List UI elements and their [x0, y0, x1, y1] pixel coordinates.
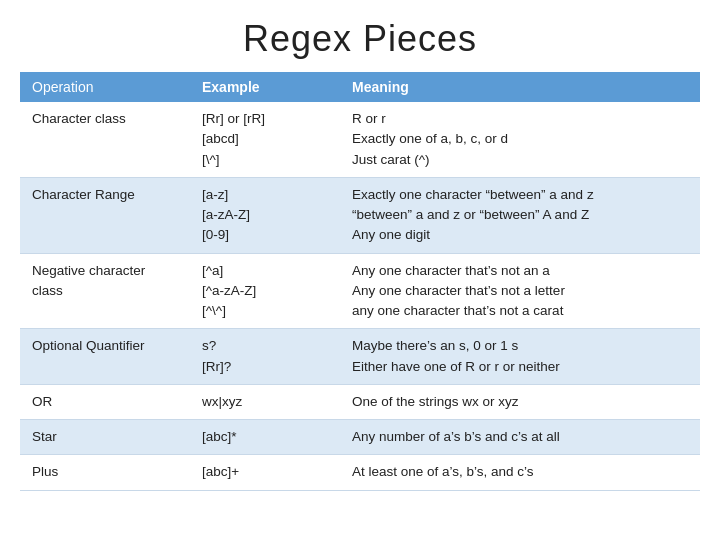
cell-operation: Optional Quantifier — [20, 329, 190, 385]
cell-operation: OR — [20, 384, 190, 419]
cell-example: [a-z] [a-zA-Z] [0-9] — [190, 177, 340, 253]
table-header-row: Operation Example Meaning — [20, 72, 700, 102]
cell-meaning: Exactly one character “between” a and z … — [340, 177, 700, 253]
cell-meaning: At least one of a’s, b’s, and c’s — [340, 455, 700, 490]
regex-table: Operation Example Meaning Character clas… — [20, 72, 700, 491]
cell-example: wx|xyz — [190, 384, 340, 419]
table-row: Character class[Rr] or [rR] [abcd] [\^]R… — [20, 102, 700, 177]
cell-meaning: Maybe there’s an s, 0 or 1 s Either have… — [340, 329, 700, 385]
cell-operation: Negative character class — [20, 253, 190, 329]
header-example: Example — [190, 72, 340, 102]
page-title: Regex Pieces — [243, 18, 477, 60]
cell-meaning: R or r Exactly one of a, b, c, or d Just… — [340, 102, 700, 177]
table-row: Plus[abc]+At least one of a’s, b’s, and … — [20, 455, 700, 490]
cell-operation: Character class — [20, 102, 190, 177]
table-row: Character Range[a-z] [a-zA-Z] [0-9]Exact… — [20, 177, 700, 253]
table-row: ORwx|xyzOne of the strings wx or xyz — [20, 384, 700, 419]
cell-example: s? [Rr]? — [190, 329, 340, 385]
table-row: Star[abc]*Any number of a’s b’s and c’s … — [20, 420, 700, 455]
cell-example: [abc]+ — [190, 455, 340, 490]
cell-meaning: One of the strings wx or xyz — [340, 384, 700, 419]
cell-operation: Character Range — [20, 177, 190, 253]
header-meaning: Meaning — [340, 72, 700, 102]
cell-example: [abc]* — [190, 420, 340, 455]
header-operation: Operation — [20, 72, 190, 102]
cell-meaning: Any number of a’s b’s and c’s at all — [340, 420, 700, 455]
cell-example: [^a] [^a-zA-Z] [^\^] — [190, 253, 340, 329]
cell-operation: Plus — [20, 455, 190, 490]
cell-operation: Star — [20, 420, 190, 455]
cell-example: [Rr] or [rR] [abcd] [\^] — [190, 102, 340, 177]
table-row: Negative character class[^a] [^a-zA-Z] [… — [20, 253, 700, 329]
cell-meaning: Any one character that’s not an a Any on… — [340, 253, 700, 329]
table-row: Optional Quantifiers? [Rr]?Maybe there’s… — [20, 329, 700, 385]
